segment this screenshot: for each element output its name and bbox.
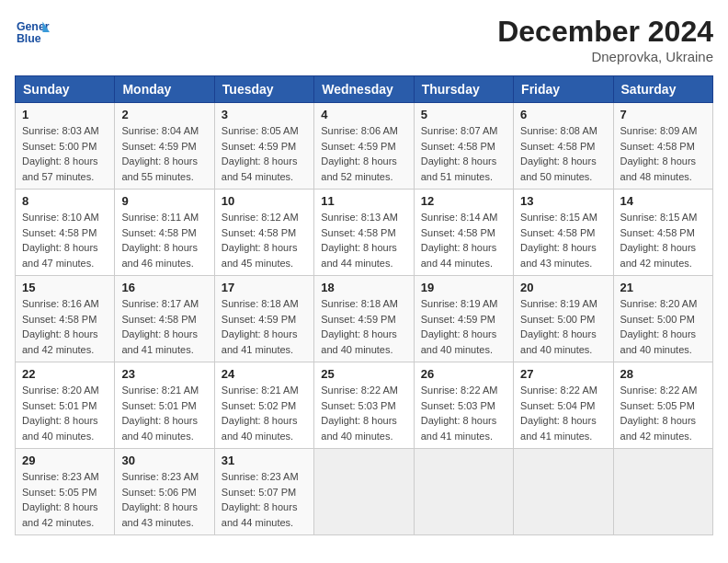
- day-info: Sunrise: 8:18 AM Sunset: 4:59 PM Dayligh…: [321, 296, 406, 357]
- day-info: Sunrise: 8:19 AM Sunset: 4:59 PM Dayligh…: [421, 296, 506, 357]
- day-number: 14: [620, 194, 706, 208]
- day-number: 24: [222, 367, 307, 381]
- day-number: 8: [22, 194, 108, 208]
- calendar-day-cell: 4Sunrise: 8:06 AM Sunset: 4:59 PM Daylig…: [314, 103, 414, 190]
- svg-text:Blue: Blue: [17, 32, 41, 45]
- day-info: Sunrise: 8:18 AM Sunset: 4:59 PM Dayligh…: [222, 296, 307, 357]
- day-number: 29: [22, 454, 108, 467]
- calendar-day-cell: 19Sunrise: 8:19 AM Sunset: 4:59 PM Dayli…: [414, 276, 513, 362]
- day-number: 25: [321, 367, 406, 381]
- calendar-day-cell: 28Sunrise: 8:22 AM Sunset: 5:05 PM Dayli…: [613, 362, 712, 449]
- calendar-day-cell: 29Sunrise: 8:23 AM Sunset: 5:05 PM Dayli…: [16, 449, 115, 535]
- day-number: 22: [22, 367, 108, 381]
- title-block: December 2024 Dneprovka, Ukraine: [497, 15, 713, 64]
- calendar-day-cell: [314, 449, 414, 535]
- day-number: 5: [421, 108, 506, 121]
- day-info: Sunrise: 8:13 AM Sunset: 4:58 PM Dayligh…: [321, 210, 406, 270]
- day-info: Sunrise: 8:22 AM Sunset: 5:03 PM Dayligh…: [321, 383, 406, 443]
- calendar-day-cell: 26Sunrise: 8:22 AM Sunset: 5:03 PM Dayli…: [414, 362, 513, 449]
- calendar-day-cell: 9Sunrise: 8:11 AM Sunset: 4:58 PM Daylig…: [115, 190, 214, 276]
- calendar-week-row: 22Sunrise: 8:20 AM Sunset: 5:01 PM Dayli…: [16, 362, 713, 449]
- weekday-header: Monday: [115, 76, 214, 103]
- calendar-day-cell: 27Sunrise: 8:22 AM Sunset: 5:04 PM Dayli…: [514, 362, 613, 449]
- calendar-day-cell: 7Sunrise: 8:09 AM Sunset: 4:58 PM Daylig…: [613, 103, 712, 190]
- calendar-day-cell: 31Sunrise: 8:23 AM Sunset: 5:07 PM Dayli…: [214, 449, 313, 535]
- day-number: 30: [121, 454, 207, 467]
- day-number: 13: [520, 194, 606, 208]
- day-info: Sunrise: 8:23 AM Sunset: 5:05 PM Dayligh…: [22, 469, 108, 530]
- calendar-day-cell: 6Sunrise: 8:08 AM Sunset: 4:58 PM Daylig…: [514, 103, 613, 190]
- day-info: Sunrise: 8:22 AM Sunset: 5:05 PM Dayligh…: [620, 383, 706, 443]
- calendar-day-cell: 17Sunrise: 8:18 AM Sunset: 4:59 PM Dayli…: [214, 276, 313, 362]
- day-info: Sunrise: 8:04 AM Sunset: 4:59 PM Dayligh…: [121, 123, 207, 184]
- calendar-day-cell: 5Sunrise: 8:07 AM Sunset: 4:58 PM Daylig…: [414, 103, 513, 190]
- calendar-day-cell: 2Sunrise: 8:04 AM Sunset: 4:59 PM Daylig…: [115, 103, 214, 190]
- day-info: Sunrise: 8:16 AM Sunset: 4:58 PM Dayligh…: [22, 296, 108, 357]
- day-number: 15: [22, 281, 108, 294]
- page-title: December 2024: [497, 15, 713, 49]
- day-info: Sunrise: 8:17 AM Sunset: 4:58 PM Dayligh…: [121, 296, 207, 357]
- day-number: 1: [22, 108, 108, 121]
- day-number: 18: [321, 281, 406, 294]
- calendar-day-cell: 18Sunrise: 8:18 AM Sunset: 4:59 PM Dayli…: [314, 276, 414, 362]
- calendar-day-cell: 23Sunrise: 8:21 AM Sunset: 5:01 PM Dayli…: [115, 362, 214, 449]
- calendar-day-cell: 14Sunrise: 8:15 AM Sunset: 4:58 PM Dayli…: [613, 190, 712, 276]
- day-info: Sunrise: 8:12 AM Sunset: 4:58 PM Dayligh…: [222, 210, 307, 270]
- day-info: Sunrise: 8:15 AM Sunset: 4:58 PM Dayligh…: [520, 210, 606, 270]
- day-info: Sunrise: 8:03 AM Sunset: 5:00 PM Dayligh…: [22, 123, 108, 184]
- day-info: Sunrise: 8:19 AM Sunset: 5:00 PM Dayligh…: [520, 296, 606, 357]
- day-info: Sunrise: 8:21 AM Sunset: 5:01 PM Dayligh…: [121, 383, 207, 443]
- calendar-day-cell: [613, 449, 712, 535]
- calendar-day-cell: 1Sunrise: 8:03 AM Sunset: 5:00 PM Daylig…: [16, 103, 115, 190]
- calendar-day-cell: 3Sunrise: 8:05 AM Sunset: 4:59 PM Daylig…: [214, 103, 313, 190]
- day-number: 2: [121, 108, 207, 121]
- day-info: Sunrise: 8:15 AM Sunset: 4:58 PM Dayligh…: [620, 210, 706, 270]
- calendar-day-cell: 21Sunrise: 8:20 AM Sunset: 5:00 PM Dayli…: [613, 276, 712, 362]
- calendar-day-cell: [414, 449, 513, 535]
- calendar-day-cell: 15Sunrise: 8:16 AM Sunset: 4:58 PM Dayli…: [16, 276, 115, 362]
- day-info: Sunrise: 8:14 AM Sunset: 4:58 PM Dayligh…: [421, 210, 506, 270]
- calendar-day-cell: 16Sunrise: 8:17 AM Sunset: 4:58 PM Dayli…: [115, 276, 214, 362]
- calendar-week-row: 1Sunrise: 8:03 AM Sunset: 5:00 PM Daylig…: [16, 103, 713, 190]
- weekday-header: Thursday: [414, 76, 513, 103]
- day-info: Sunrise: 8:20 AM Sunset: 5:01 PM Dayligh…: [22, 383, 108, 443]
- day-number: 4: [321, 108, 406, 121]
- calendar-header-row: SundayMondayTuesdayWednesdayThursdayFrid…: [16, 76, 713, 103]
- day-info: Sunrise: 8:11 AM Sunset: 4:58 PM Dayligh…: [121, 210, 207, 270]
- day-number: 28: [620, 367, 706, 381]
- weekday-header: Friday: [514, 76, 613, 103]
- page-subtitle: Dneprovka, Ukraine: [497, 49, 713, 64]
- calendar-day-cell: 8Sunrise: 8:10 AM Sunset: 4:58 PM Daylig…: [16, 190, 115, 276]
- day-info: Sunrise: 8:09 AM Sunset: 4:58 PM Dayligh…: [620, 123, 706, 184]
- day-info: Sunrise: 8:08 AM Sunset: 4:58 PM Dayligh…: [520, 123, 606, 184]
- calendar-day-cell: 22Sunrise: 8:20 AM Sunset: 5:01 PM Dayli…: [16, 362, 115, 449]
- weekday-header: Tuesday: [214, 76, 313, 103]
- calendar-day-cell: [514, 449, 613, 535]
- day-number: 12: [421, 194, 506, 208]
- day-number: 23: [121, 367, 207, 381]
- day-number: 20: [520, 281, 606, 294]
- day-number: 7: [620, 108, 706, 121]
- day-info: Sunrise: 8:21 AM Sunset: 5:02 PM Dayligh…: [222, 383, 307, 443]
- day-info: Sunrise: 8:10 AM Sunset: 4:58 PM Dayligh…: [22, 210, 108, 270]
- calendar-week-row: 15Sunrise: 8:16 AM Sunset: 4:58 PM Dayli…: [16, 276, 713, 362]
- day-number: 9: [121, 194, 207, 208]
- calendar-week-row: 29Sunrise: 8:23 AM Sunset: 5:05 PM Dayli…: [16, 449, 713, 535]
- page-header: General Blue December 2024 Dneprovka, Uk…: [15, 15, 713, 64]
- day-number: 10: [222, 194, 307, 208]
- calendar-day-cell: 24Sunrise: 8:21 AM Sunset: 5:02 PM Dayli…: [214, 362, 313, 449]
- day-info: Sunrise: 8:22 AM Sunset: 5:03 PM Dayligh…: [421, 383, 506, 443]
- calendar-day-cell: 25Sunrise: 8:22 AM Sunset: 5:03 PM Dayli…: [314, 362, 414, 449]
- day-number: 17: [222, 281, 307, 294]
- calendar-body: 1Sunrise: 8:03 AM Sunset: 5:00 PM Daylig…: [16, 103, 713, 535]
- calendar-day-cell: 30Sunrise: 8:23 AM Sunset: 5:06 PM Dayli…: [115, 449, 214, 535]
- calendar-day-cell: 13Sunrise: 8:15 AM Sunset: 4:58 PM Dayli…: [514, 190, 613, 276]
- day-info: Sunrise: 8:23 AM Sunset: 5:06 PM Dayligh…: [121, 469, 207, 530]
- day-info: Sunrise: 8:23 AM Sunset: 5:07 PM Dayligh…: [222, 469, 307, 530]
- day-number: 11: [321, 194, 406, 208]
- weekday-header: Sunday: [16, 76, 115, 103]
- calendar-day-cell: 10Sunrise: 8:12 AM Sunset: 4:58 PM Dayli…: [214, 190, 313, 276]
- calendar-day-cell: 20Sunrise: 8:19 AM Sunset: 5:00 PM Dayli…: [514, 276, 613, 362]
- day-number: 19: [421, 281, 506, 294]
- day-info: Sunrise: 8:20 AM Sunset: 5:00 PM Dayligh…: [620, 296, 706, 357]
